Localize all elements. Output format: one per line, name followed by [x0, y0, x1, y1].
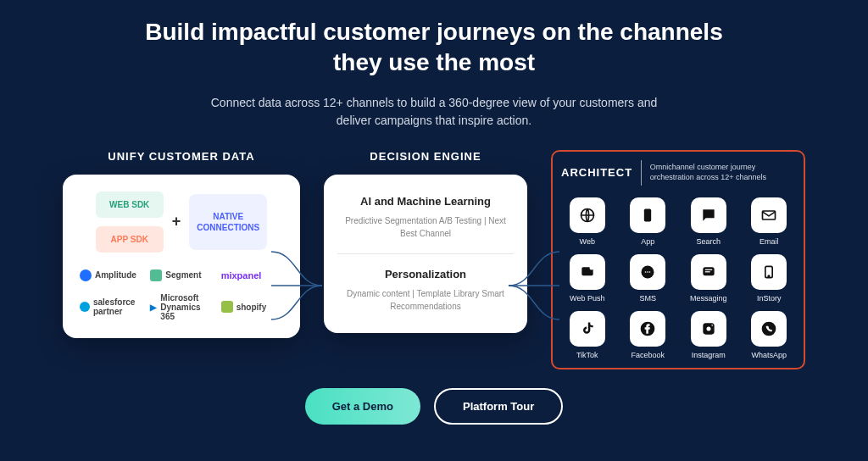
- svg-rect-9: [703, 267, 714, 275]
- divider: [337, 253, 514, 254]
- web-sdk-badge: WEB SDK: [96, 192, 164, 218]
- envelope-icon: [751, 197, 787, 233]
- story-icon: [751, 254, 787, 290]
- cta-row: Get a Demo Platform Tour: [305, 388, 564, 425]
- svg-point-16: [706, 326, 710, 330]
- search-chat-icon: [691, 197, 726, 233]
- native-connections-badge: NATIVE CONNECTIONS: [189, 194, 267, 250]
- column-architect: ARCHITECT Omnichannel customer journey o…: [551, 150, 805, 369]
- logo-segment: Segment: [150, 269, 212, 281]
- column-unify: UNIFY CUSTOMER DATA WEB SDK APP SDK + NA…: [63, 150, 300, 338]
- logo-microsoft-dynamics: Microsoft Dynamics 365: [150, 293, 212, 321]
- architect-header: ARCHITECT: [561, 166, 632, 179]
- globe-icon: [570, 197, 605, 233]
- svg-point-7: [647, 271, 648, 273]
- channel-web: Web: [561, 197, 614, 246]
- channel-search: Search: [682, 197, 735, 246]
- notification-icon: [570, 254, 605, 290]
- channel-whatsapp: WhatsApp: [743, 311, 796, 359]
- sms-icon: [630, 254, 665, 290]
- decision-section2-body: Dynamic content | Template Library Smart…: [337, 287, 514, 313]
- channel-app: App: [622, 197, 675, 246]
- decision-card: AI and Machine Learning Predictive Segme…: [324, 175, 527, 333]
- svg-point-6: [645, 271, 647, 273]
- phone-icon: [630, 197, 665, 233]
- facebook-icon: [630, 311, 665, 347]
- architect-description: Omnichannel customer journey orchestrati…: [650, 163, 795, 182]
- channel-messaging: Messaging: [682, 254, 735, 303]
- unify-header: UNIFY CUSTOMER DATA: [63, 150, 300, 163]
- channel-webpush: Web Push: [561, 254, 614, 303]
- get-demo-button[interactable]: Get a Demo: [305, 388, 420, 425]
- svg-rect-11: [705, 271, 710, 272]
- svg-rect-10: [705, 269, 712, 269]
- svg-point-8: [649, 271, 651, 273]
- channel-instagram: Instagram: [682, 311, 735, 359]
- app-sdk-badge: APP SDK: [96, 226, 164, 253]
- messaging-icon: [691, 254, 726, 290]
- decision-section1-body: Predictive Segmentation A/B Testing | Ne…: [337, 214, 514, 240]
- decision-section1-title: AI and Machine Learning: [337, 195, 514, 208]
- logo-amplitude: Amplitude: [80, 269, 142, 281]
- svg-point-17: [711, 325, 713, 326]
- channel-tiktok: TikTok: [561, 311, 614, 359]
- column-decision: DECISION ENGINE AI and Machine Learning …: [324, 150, 527, 333]
- logo-mixpanel: mixpanel: [221, 269, 283, 281]
- logo-salesforce: salesforce partner: [80, 293, 142, 321]
- decision-section2-title: Personalization: [337, 268, 514, 280]
- channel-grid: Web App Search Email Web Push SMS Messag…: [561, 197, 795, 359]
- unify-card: WEB SDK APP SDK + NATIVE CONNECTIONS Amp…: [63, 175, 300, 338]
- plus-symbol: +: [172, 213, 181, 230]
- channel-sms: SMS: [622, 254, 675, 303]
- decision-header: DECISION ENGINE: [324, 150, 527, 163]
- whatsapp-icon: [751, 311, 787, 347]
- platform-tour-button[interactable]: Platform Tour: [434, 388, 563, 425]
- instagram-icon: [691, 311, 726, 347]
- tiktok-icon: [570, 311, 605, 347]
- channel-instory: InStory: [743, 254, 796, 303]
- channel-email: Email: [743, 197, 796, 246]
- hero-subtitle: Connect data across 12+ channels to buil…: [197, 94, 671, 130]
- diagram-columns: UNIFY CUSTOMER DATA WEB SDK APP SDK + NA…: [34, 150, 834, 369]
- svg-point-4: [589, 265, 593, 269]
- architect-highlight-box: ARCHITECT Omnichannel customer journey o…: [551, 150, 805, 369]
- hero-title: Build impactful customer journeys on the…: [137, 17, 731, 79]
- channel-facebook: Facebook: [622, 311, 675, 359]
- logo-shopify: shopify: [221, 293, 283, 321]
- svg-rect-1: [644, 208, 651, 221]
- svg-point-13: [768, 275, 770, 277]
- separator-bar: [641, 160, 642, 186]
